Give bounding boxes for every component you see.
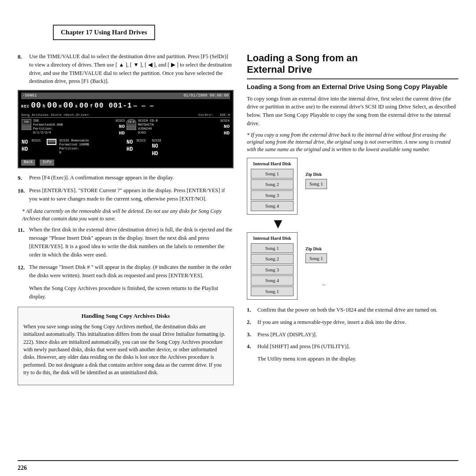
step-9-num: 9. (18, 174, 29, 182)
handling-title: Handling Song Copy Archives Disks (23, 312, 228, 320)
step-10-text: Press [ENTER/YES]. "STORE Current ?" app… (29, 186, 234, 203)
zip-song-after: Song 1 (305, 253, 327, 264)
right-step-3-text: Press [PLAY (DISPLAY)]. (257, 331, 317, 339)
step-10: 10. Press [ENTER/YES]. "STORE Current ?"… (18, 186, 234, 203)
step-12-num: 12. (18, 263, 29, 272)
internal-label-before: Internal Hard Disk (251, 160, 294, 167)
page: Chapter 17 Using Hard Drives 8. Use the … (0, 0, 476, 476)
internal-hd-before: Internal Hard Disk Song 1 Song 2 Song 3 … (247, 158, 298, 215)
song-b3: Song 3 (251, 190, 294, 201)
handling-box: Handling Song Copy Archives Disks When y… (18, 307, 234, 385)
song-a1: Song 1 (251, 243, 294, 253)
step-11: 11. When the first disk in the external … (18, 226, 234, 259)
page-footer: 226 (18, 460, 458, 476)
display-drives-header: Song Archives Store <Dest.Drive> CurDrv:… (21, 112, 230, 118)
drive-ide: IDE IDEFormatted10.0GBPartition:0/1/2/3/… (21, 119, 125, 138)
zip-label-before: Zip Disk (305, 171, 322, 178)
section-title-line1: Loading a Song from an (247, 52, 358, 63)
italic-note-1: * All data currently on the removable di… (22, 208, 234, 223)
zip-song-before: Song 1 (305, 179, 327, 189)
step-8: 8. Use the TIME/VALUE dial to select the… (18, 52, 234, 86)
subsection-title: Loading a Song from an External Drive Us… (247, 83, 458, 91)
chapter-title: Chapter 17 Using Hard Drives (61, 29, 147, 36)
display-btn-info: Info (40, 160, 54, 166)
right-step-2: 2. If you are using a removable-type dri… (247, 318, 458, 327)
internal-label-after: Internal Hard Disk (251, 235, 294, 242)
song-a2: Song 2 (251, 254, 294, 264)
display-counter: REC 00h 00m 00s 00f 00 001-1 — — — (21, 100, 230, 111)
section-title: Loading a Song from an External Drive (247, 52, 458, 79)
song-a3: Song 3 (251, 265, 294, 275)
step-11-num: 11. (18, 226, 29, 234)
step-11-text: When the first disk in the external driv… (29, 226, 234, 259)
step-8-num: 8. (18, 52, 29, 61)
zip-after-container: Zip Disk Song 1 (305, 245, 327, 264)
song-b4: Song 4 (251, 201, 294, 211)
right-step-3: 3. Press [PLAY (DISPLAY)]. (247, 331, 458, 339)
internal-hd-after: Internal Hard Disk Song 1 Song 2 Song 3 … (247, 232, 298, 300)
drive-cdr: CD-R SCSI0 CD-RMATSHITAUJDA2400J02 SCSI4… (126, 119, 230, 138)
display-datetime: 01/01/2000 00:00:00 (183, 93, 229, 99)
step-8-text: Use the TIME/VALUE dial to select the de… (29, 52, 234, 86)
zip-label-after: Zip Disk (305, 245, 322, 252)
connector-arrow: ← (322, 281, 327, 289)
step-9-text: Press [F4 (Exec)]. A confirmation messag… (29, 174, 234, 182)
drive-scsi1: NOHD SCSI1 SCSI5 SCSI5 RemovableFormatte… (21, 138, 125, 158)
step-12-text: The message "Insert Disk # " will appear… (29, 263, 234, 280)
drive-scsi2: NOHD SCSI2 SCSI6 NOHD (126, 138, 230, 158)
right-step-1-num: 1. (247, 306, 255, 314)
page-number: 226 (18, 465, 27, 472)
right-step-1: 1. Confirm that the power on both the VS… (247, 306, 458, 314)
step-12: 12. The message "Insert Disk # " will ap… (18, 263, 234, 280)
display-drives-grid: IDE IDEFormatted10.0GBPartition:0/1/2/3/… (21, 119, 230, 158)
display-song-id: -50NG1 (22, 93, 37, 99)
left-column: 8. Use the TIME/VALUE dial to select the… (18, 52, 234, 460)
right-step-4-text: Hold [SHIFT] and press [F6 (UTILITY)]. (257, 342, 350, 351)
zip-before-container: Zip Disk Song 1 (305, 171, 327, 189)
song-a5: Song 1 (251, 286, 294, 297)
display-top-bar: -50NG1 01/01/2000 00:00:00 (21, 93, 230, 99)
display-buttons: Back Info (21, 160, 230, 166)
arrow-down-icon: ▼ (271, 216, 458, 231)
diagram-after: Internal Hard Disk Song 1 Song 2 Song 3 … (247, 232, 458, 300)
right-step-1-text: Confirm that the power on both the VS-18… (257, 306, 437, 314)
section-title-line2: External Drive (247, 64, 312, 75)
device-display: -50NG1 01/01/2000 00:00:00 REC 00h 00m 0… (18, 90, 234, 168)
step-12-extra: When the Song Copy Archives procedure is… (29, 284, 234, 301)
right-italic-note: * If you copy a song from the external d… (247, 131, 458, 153)
right-step-2-text: If you are using a removable-type drive,… (257, 318, 406, 327)
utility-note: The Utility menu icon appears in the dis… (257, 355, 458, 363)
song-b2: Song 2 (251, 179, 294, 190)
step-10-num: 10. (18, 186, 29, 195)
right-step-2-num: 2. (247, 318, 255, 327)
right-step-4: 4. Hold [SHIFT] and press [F6 (UTILITY)]… (247, 342, 458, 351)
song-b1: Song 1 (251, 169, 294, 179)
handling-text: When you save songs using the Song Copy … (23, 323, 228, 377)
diagram-before: Internal Hard Disk Song 1 Song 2 Song 3 … (247, 158, 458, 215)
song-a4: Song 4 (251, 275, 294, 286)
step-9: 9. Press [F4 (Exec)]. A confirmation mes… (18, 174, 234, 182)
right-intro: To copy songs from an external drive int… (247, 95, 458, 128)
right-step-4-num: 4. (247, 342, 255, 351)
section-title-block: Loading a Song from an External Drive Lo… (247, 52, 458, 153)
display-btn-back: Back (21, 160, 35, 166)
chapter-header: Chapter 17 Using Hard Drives (53, 25, 155, 40)
main-content: 8. Use the TIME/VALUE dial to select the… (0, 52, 476, 460)
right-step-3-num: 3. (247, 331, 255, 339)
right-column: Loading a Song from an External Drive Lo… (247, 52, 458, 460)
